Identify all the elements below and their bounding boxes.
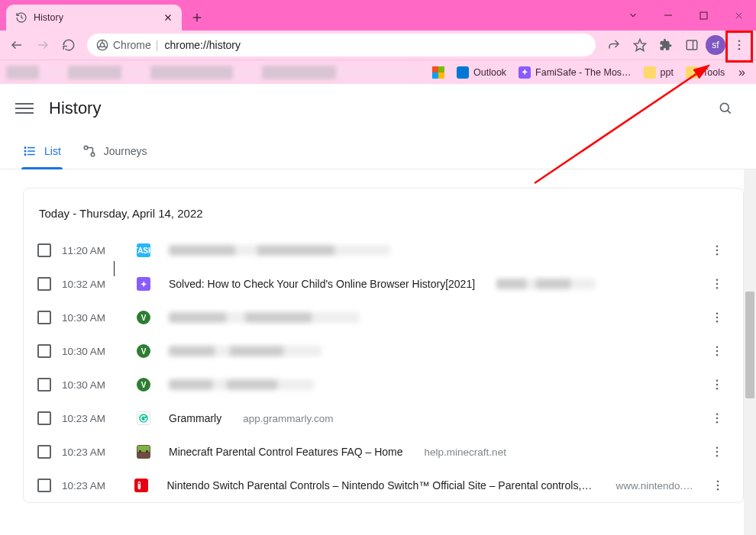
svg-point-34	[716, 253, 719, 256]
url-text: chrome://history	[164, 39, 241, 51]
bookmark-label: FamiSafe - The Mos…	[535, 67, 632, 78]
minimize-button[interactable]	[651, 0, 686, 31]
svg-line-14	[98, 46, 101, 47]
bookmark-tools-folder[interactable]: Tools	[680, 66, 731, 79]
history-row[interactable]: 11:20 AMTASK	[37, 234, 729, 267]
row-time: 10:23 AM	[62, 480, 110, 491]
bookmark-famisafe[interactable]: ✦ FamiSafe - The Mos…	[512, 66, 638, 79]
site-chip: Chrome |	[96, 39, 158, 51]
history-row[interactable]: 10:23 AMGrammarlyapp.grammarly.com	[37, 401, 729, 435]
row-more-button[interactable]	[705, 238, 729, 263]
history-row[interactable]: 10:32 AM✦Solved: How to Check Your Child…	[37, 267, 729, 301]
history-row[interactable]: 10:23 AMMinecraft Parental Control Featu…	[37, 435, 729, 469]
row-time: 10:23 AM	[62, 413, 112, 424]
svg-point-39	[716, 317, 719, 319]
bookmarks-bar: Outlook ✦ FamiSafe - The Mos… ppt Tools …	[0, 60, 756, 84]
svg-point-27	[24, 147, 26, 148]
row-more-button[interactable]	[705, 406, 729, 430]
row-more-button[interactable]	[705, 305, 729, 330]
row-time: 10:30 AM	[62, 379, 112, 391]
svg-point-36	[716, 283, 719, 285]
row-checkbox[interactable]	[37, 277, 51, 291]
row-title: Solved: How to Check Your Child's Online…	[169, 278, 475, 290]
svg-point-32	[716, 245, 719, 247]
sidepanel-button[interactable]	[680, 33, 704, 57]
svg-point-49	[716, 417, 719, 420]
profile-avatar[interactable]: sf	[706, 35, 725, 55]
row-checkbox[interactable]	[37, 445, 51, 459]
row-checkbox[interactable]	[37, 311, 51, 324]
history-row[interactable]: 10:23 AMNintendo Switch Parental Control…	[37, 469, 729, 502]
search-history-button[interactable]	[710, 93, 741, 124]
bookmarks-overflow-button[interactable]: »	[734, 66, 750, 79]
scrollbar-thumb[interactable]	[745, 292, 754, 398]
site-favicon: V	[137, 311, 150, 324]
row-more-button[interactable]	[705, 339, 729, 363]
bookmark-outlook[interactable]: Outlook	[451, 66, 512, 79]
svg-point-62	[716, 485, 719, 487]
svg-point-63	[716, 488, 719, 491]
svg-rect-53	[139, 450, 141, 453]
close-tab-button[interactable]	[162, 11, 174, 24]
back-button[interactable]	[5, 33, 29, 57]
row-time: 10:30 AM	[62, 312, 112, 324]
svg-rect-58	[136, 480, 147, 491]
svg-point-55	[716, 446, 719, 449]
menu-icon[interactable]	[15, 99, 34, 118]
row-title: Nintendo Switch Parental Controls – Nint…	[166, 479, 594, 491]
history-row[interactable]: 10:30 AMV	[37, 301, 729, 334]
page-title: History	[49, 98, 101, 118]
svg-point-31	[91, 153, 95, 156]
row-domain: help.minecraft.net	[425, 446, 506, 458]
row-more-button[interactable]	[705, 440, 729, 464]
row-title: Grammarly	[169, 412, 221, 424]
svg-rect-52	[137, 452, 150, 458]
row-checkbox[interactable]	[37, 378, 51, 392]
forward-button[interactable]	[31, 33, 55, 57]
redacted-title	[169, 312, 360, 323]
svg-point-38	[716, 312, 719, 314]
browser-menu-button[interactable]	[727, 33, 751, 57]
microsoft-icon	[432, 66, 444, 79]
tab-list[interactable]: List	[23, 133, 61, 169]
reload-button[interactable]	[57, 33, 81, 57]
maximize-button[interactable]	[686, 0, 721, 31]
svg-point-50	[716, 421, 719, 424]
extensions-button[interactable]	[654, 33, 678, 57]
site-chip-label: Chrome	[113, 39, 151, 51]
row-checkbox[interactable]	[37, 344, 51, 358]
svg-rect-5	[700, 12, 707, 19]
svg-point-18	[738, 40, 741, 42]
row-checkbox[interactable]	[37, 479, 51, 492]
svg-point-37	[716, 287, 719, 289]
row-time: 11:20 AM	[62, 245, 112, 256]
history-row[interactable]: 10:30 AMV	[37, 334, 729, 368]
bookmark-star-button[interactable]	[628, 33, 652, 57]
row-more-button[interactable]	[705, 372, 729, 397]
address-bar[interactable]: Chrome | chrome://history	[87, 34, 596, 56]
tab-search-button[interactable]	[615, 0, 651, 31]
close-window-button[interactable]	[721, 0, 756, 31]
row-more-button[interactable]	[705, 272, 729, 296]
svg-point-60	[139, 482, 141, 484]
new-tab-button[interactable]	[186, 7, 208, 28]
site-favicon: ✦	[137, 277, 150, 291]
famisafe-icon: ✦	[519, 66, 531, 79]
svg-point-56	[716, 451, 719, 453]
share-button[interactable]	[602, 33, 626, 57]
row-more-button[interactable]	[706, 473, 729, 498]
folder-icon	[686, 66, 698, 79]
browser-toolbar: Chrome | chrome://history sf	[0, 31, 756, 60]
scrollbar[interactable]	[744, 169, 756, 535]
row-checkbox[interactable]	[37, 411, 51, 425]
tab-label: Journeys	[104, 145, 147, 157]
browser-titlebar: History	[0, 0, 756, 31]
bookmark-item[interactable]	[426, 66, 451, 79]
bookmark-ppt-folder[interactable]: ppt	[638, 66, 680, 79]
history-row[interactable]: 10:30 AMV	[37, 368, 729, 401]
site-favicon	[137, 445, 150, 459]
row-checkbox[interactable]	[37, 243, 51, 257]
browser-tab[interactable]: History	[6, 5, 182, 31]
tab-journeys[interactable]: Journeys	[82, 133, 147, 169]
redacted-title	[169, 379, 314, 390]
